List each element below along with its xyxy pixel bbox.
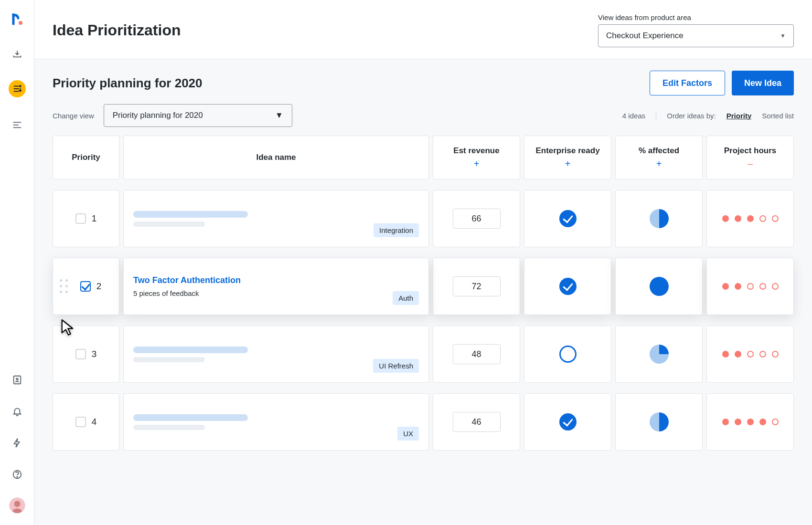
hours-dots[interactable] [722,283,779,290]
ready-toggle[interactable] [559,346,577,363]
idea-name-cell[interactable]: Two Factor Authentication5 pieces of fee… [123,258,429,315]
skeleton-line [133,346,248,353]
table-row[interactable]: 4UX46 [53,393,794,451]
area-select[interactable]: Checkout Experience ▼ [598,24,794,47]
priority-cell: 4 [53,393,119,451]
inbox-icon[interactable] [9,45,26,62]
revenue-cell: 48 [433,326,520,383]
idea-subtitle: 5 pieces of feedback [133,289,419,297]
drag-handle-icon[interactable] [60,279,68,294]
revenue-cell: 46 [433,393,520,451]
svg-point-5 [17,476,17,477]
section-title: Priority planning for 2020 [53,76,203,91]
minus-icon: – [748,158,753,169]
skeleton-line [133,414,248,421]
table-row[interactable]: 1Integration66 [53,190,794,247]
idea-name-cell[interactable]: UI Refresh [123,326,429,383]
revenue-cell: 66 [433,190,520,247]
idea-tag[interactable]: Auth [393,291,419,305]
plus-icon: + [565,158,571,169]
idea-tag[interactable]: Integration [374,223,419,237]
view-select-value: Priority planning for 2020 [113,111,203,120]
plus-icon: + [656,158,662,169]
chevron-down-icon: ▼ [780,32,786,39]
col-priority: Priority [53,136,119,179]
revenue-input[interactable]: 66 [453,209,501,229]
topbar: Idea Prioritization View ideas from prod… [34,0,812,59]
idea-count: 4 ideas [622,112,645,120]
ready-toggle[interactable] [559,278,577,295]
table-row[interactable]: 3UI Refresh48 [53,326,794,383]
revenue-input[interactable]: 48 [453,344,501,364]
svg-point-1 [20,85,21,87]
order-by-sorted[interactable]: Sorted list [762,112,794,120]
affected-pie[interactable] [650,209,669,228]
col-pct-affected: % affected + [615,136,703,179]
hours-dots[interactable] [722,215,779,222]
col-project-hours: Project hours – [706,136,794,179]
row-checkbox[interactable] [75,417,86,427]
priority-cell: 3 [53,326,119,383]
table-row[interactable]: 2Two Factor Authentication5 pieces of fe… [53,258,794,315]
order-by-label: Order ideas by: [667,112,716,120]
affected-pie[interactable] [650,277,669,296]
priority-cell: 1 [53,190,119,247]
skeleton-line [133,425,205,430]
affected-cell [615,393,703,451]
report-icon[interactable] [9,116,26,133]
help-icon[interactable] [9,466,26,483]
page-title: Idea Prioritization [53,21,181,39]
idea-name-cell[interactable]: UX [123,393,429,451]
avatar[interactable] [9,497,25,514]
affected-pie[interactable] [650,412,669,431]
idea-tag[interactable]: UI Refresh [373,359,419,373]
col-est-revenue: Est revenue + [433,136,520,179]
col-idea-name: Idea name [123,136,429,179]
affected-cell [615,326,703,383]
idea-tag[interactable]: UX [397,427,419,441]
ready-cell [524,190,611,247]
hours-dots[interactable] [722,351,779,357]
priority-cell: 2 [53,258,119,315]
prioritization-icon[interactable] [9,80,26,97]
ready-toggle[interactable] [559,210,577,227]
contacts-icon[interactable] [9,371,26,388]
idea-title[interactable]: Two Factor Authentication [133,275,419,285]
svg-point-0 [19,21,22,25]
edit-factors-button[interactable]: Edit Factors [650,71,725,95]
revenue-input[interactable]: 46 [453,412,501,432]
hours-cell [706,326,794,383]
content: Priority planning for 2020 Edit Factors … [34,59,812,525]
affected-cell [615,190,703,247]
view-select[interactable]: Priority planning for 2020 ▼ [104,104,292,127]
ready-toggle[interactable] [559,413,577,430]
new-idea-button[interactable]: New Idea [732,71,794,95]
row-rank: 3 [92,349,97,359]
area-select-group: View ideas from product area Checkout Ex… [598,13,794,47]
bell-icon[interactable] [9,403,26,420]
idea-table: Priority Idea name Est revenue + Enterpr… [53,136,794,451]
hours-cell [706,258,794,315]
ready-cell [524,393,611,451]
col-enterprise-ready: Enterprise ready + [524,136,611,179]
revenue-input[interactable]: 72 [453,276,501,296]
area-select-value: Checkout Experience [606,31,684,41]
area-select-label: View ideas from product area [598,13,794,21]
affected-cell [615,258,703,315]
revenue-cell: 72 [433,258,520,315]
row-rank: 4 [92,417,97,427]
row-checkbox[interactable] [75,349,86,359]
row-checkbox[interactable] [75,213,86,224]
skeleton-line [133,221,205,227]
order-by-priority[interactable]: Priority [727,112,752,120]
skeleton-line [133,211,248,218]
lightning-icon[interactable] [9,434,26,452]
svg-point-3 [16,378,18,380]
row-checkbox[interactable] [80,281,91,292]
plus-icon: + [474,158,480,169]
hours-cell [706,190,794,247]
idea-name-cell[interactable]: Integration [123,190,429,247]
hours-dots[interactable] [722,419,779,425]
logo [11,13,24,27]
affected-pie[interactable] [650,345,669,364]
